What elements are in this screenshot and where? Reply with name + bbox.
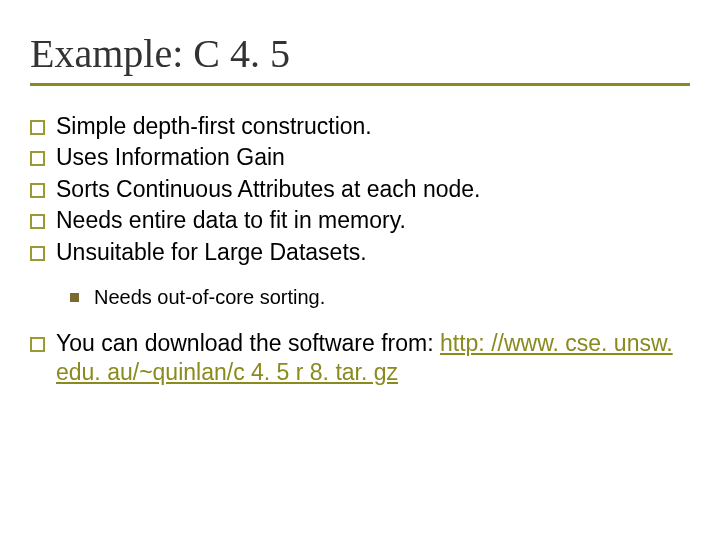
slide-title: Example: C 4. 5 [30,30,690,86]
sub-bullet-text: Needs out-of-core sorting. [94,286,325,308]
slide: Example: C 4. 5 Simple depth-first const… [0,0,720,540]
sub-bullet-item: Needs out-of-core sorting. [70,285,690,311]
bullet-text: Unsuitable for Large Datasets. [56,239,367,265]
bullet-item: Simple depth-first construction. [30,112,690,141]
bullet-item: Unsuitable for Large Datasets. [30,238,690,267]
sub-bullet-list: Needs out-of-core sorting. [30,285,690,311]
bullet-item: Sorts Continuous Attributes at each node… [30,175,690,204]
bullet-text: You can download the software from: [56,330,434,356]
bullet-text: Uses Information Gain [56,144,285,170]
bullet-item-download: You can download the software from: http… [30,329,690,388]
bullet-list: Simple depth-first construction. Uses In… [30,112,690,267]
bullet-text: Needs entire data to fit in memory. [56,207,406,233]
slide-content: Simple depth-first construction. Uses In… [30,112,690,388]
bullet-item: Needs entire data to fit in memory. [30,206,690,235]
bullet-item: Uses Information Gain [30,143,690,172]
bullet-list-2: You can download the software from: http… [30,329,690,388]
bullet-text: Simple depth-first construction. [56,113,372,139]
bullet-text: Sorts Continuous Attributes at each node… [56,176,481,202]
